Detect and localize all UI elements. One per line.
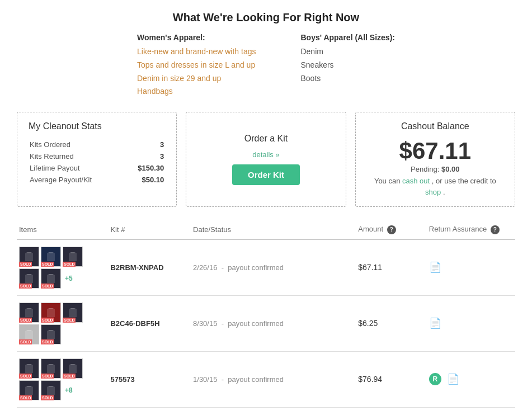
- thumb-wrap: SOLD: [63, 247, 83, 267]
- sold-badge: SOLD: [19, 284, 32, 289]
- items-cell: SOLD SOLD SOLD SOLD SOLD: [17, 295, 108, 351]
- payout-confirmed: - payout confirmed: [219, 375, 284, 384]
- thumb-wrap: SOLD: [41, 358, 61, 379]
- page-title: What We're Looking For Right Now: [17, 11, 515, 24]
- sold-badge: SOLD: [19, 262, 32, 267]
- womens-list-item: Handbags: [137, 85, 256, 98]
- svg-rect-2: [70, 252, 75, 253]
- stats-row: Average Payout/Kit$50.10: [30, 174, 164, 185]
- amount-value: $6.25: [358, 319, 378, 328]
- return-cell-outer: 📄: [427, 295, 515, 351]
- cleanout-stats-card: My Cleanout Stats Kits Ordered3Kits Retu…: [17, 112, 177, 207]
- svg-rect-6: [49, 308, 53, 309]
- more-badge: +8: [63, 380, 75, 400]
- svg-rect-11: [49, 364, 53, 365]
- womens-apparel-col: Women's Apparel: Like-new and brand-new …: [137, 33, 256, 98]
- svg-rect-9: [49, 330, 53, 331]
- order-kit-card: Order a Kit details » Order Kit: [186, 112, 346, 207]
- stat-label: Kits Returned: [30, 151, 123, 162]
- amount-help-icon[interactable]: ?: [387, 225, 396, 234]
- items-cell: SOLD SOLD SOLD SOLD SOLD: [17, 239, 108, 296]
- date: 2/26/16: [193, 263, 217, 272]
- stats-table: Kits Ordered3Kits Returned3Lifetime Payo…: [29, 138, 165, 186]
- thumb-wrap: SOLD: [63, 358, 83, 379]
- return-cell-outer: R📄: [427, 351, 515, 407]
- sold-badge: SOLD: [19, 395, 32, 400]
- date-cell: 1/30/15 - payout confirmed: [191, 351, 356, 407]
- cashout-title: Cashout Balance: [401, 121, 469, 131]
- thumb-wrap: SOLD: [41, 380, 61, 400]
- stat-value: 3: [124, 151, 164, 162]
- stats-row: Kits Ordered3: [30, 139, 164, 150]
- stats-row: My Cleanout Stats Kits Ordered3Kits Retu…: [17, 112, 515, 207]
- thumb-wrap: SOLD: [41, 303, 61, 323]
- order-kit-title: Order a Kit: [244, 134, 288, 144]
- date-cell: 8/30/15 - payout confirmed: [191, 295, 356, 351]
- womens-list-item: Tops and dresses in size L and up: [137, 59, 256, 72]
- sold-badge: SOLD: [41, 262, 54, 267]
- order-kit-button[interactable]: Order Kit: [232, 164, 300, 185]
- amount-cell: $6.25: [356, 295, 427, 351]
- sold-badge: SOLD: [41, 339, 54, 344]
- thumb-wrap: SOLD: [19, 247, 39, 267]
- thumb-wrap: SOLD: [19, 380, 39, 400]
- svg-rect-0: [27, 252, 31, 253]
- sold-badge: SOLD: [41, 395, 54, 400]
- col-header-items: Items: [17, 220, 108, 239]
- stat-label: Average Payout/Kit: [30, 174, 123, 185]
- r-badge: R: [429, 373, 441, 385]
- boys-list-item: Sneakers: [300, 59, 395, 72]
- svg-rect-1: [49, 252, 53, 253]
- stat-label: Kits Ordered: [30, 139, 123, 150]
- shop-link[interactable]: shop: [425, 188, 441, 196]
- return-cell: 📄: [429, 261, 513, 273]
- item-thumbs: SOLD SOLD SOLD SOLD SOLD: [19, 303, 103, 344]
- details-link[interactable]: details »: [252, 150, 279, 159]
- kit-cell: 575573: [108, 351, 191, 407]
- table-row: SOLD SOLD SOLD SOLD SOLD: [17, 351, 515, 407]
- sold-badge: SOLD: [63, 262, 76, 267]
- file-icon[interactable]: 📄: [429, 261, 441, 273]
- items-cell: SOLD SOLD SOLD SOLD SOLD: [17, 351, 108, 407]
- boys-apparel-col: Boys' Apparel (All Sizes): DenimSneakers…: [300, 33, 395, 98]
- boys-heading: Boys' Apparel (All Sizes):: [300, 33, 395, 42]
- amount-value: $76.94: [358, 375, 382, 384]
- svg-rect-4: [49, 274, 53, 275]
- thumb-wrap: SOLD: [19, 358, 39, 379]
- sold-badge: SOLD: [63, 374, 76, 379]
- womens-heading: Women's Apparel:: [137, 33, 256, 42]
- file-icon[interactable]: 📄: [429, 317, 441, 329]
- svg-rect-3: [27, 274, 31, 275]
- cashout-amount: $67.11: [399, 138, 471, 164]
- stat-value: 3: [124, 139, 164, 150]
- kit-number: 575573: [110, 375, 134, 384]
- date-status: 8/30/15 - payout confirmed: [193, 319, 284, 328]
- return-cell: 📄: [429, 317, 513, 329]
- sold-badge: SOLD: [19, 374, 32, 379]
- file-icon[interactable]: 📄: [447, 373, 459, 385]
- pending-label: Pending:: [411, 165, 439, 173]
- svg-rect-12: [70, 364, 75, 365]
- svg-rect-14: [49, 386, 53, 387]
- col-header-date: Date/Status: [191, 220, 356, 239]
- item-thumbs: SOLD SOLD SOLD SOLD SOLD: [19, 247, 103, 289]
- svg-rect-13: [27, 386, 31, 387]
- return-cell: R📄: [429, 373, 513, 385]
- amount-cell: $67.11: [356, 239, 427, 296]
- cashout-link[interactable]: cash out: [402, 177, 430, 185]
- orders-table: Items Kit # Date/Status Amount ? Return …: [17, 220, 515, 408]
- orders-table-wrapper: Items Kit # Date/Status Amount ? Return …: [17, 220, 515, 408]
- cashout-card: Cashout Balance $67.11 Pending: $0.00 Yo…: [355, 112, 515, 207]
- sold-badge: SOLD: [41, 318, 54, 323]
- boys-list-item: Denim: [300, 45, 395, 59]
- sold-badge: SOLD: [19, 318, 32, 323]
- boys-list-item: Boots: [300, 72, 395, 86]
- thumb-wrap: SOLD: [41, 247, 61, 267]
- kit-cell: B2RBM-XNPAD: [108, 239, 191, 296]
- return-cell-outer: 📄: [427, 239, 515, 296]
- thumb-wrap: SOLD: [63, 303, 83, 323]
- stats-row: Kits Returned3: [30, 151, 164, 162]
- thumb-wrap: SOLD: [19, 303, 39, 323]
- return-help-icon[interactable]: ?: [491, 225, 500, 234]
- date: 8/30/15: [193, 319, 217, 328]
